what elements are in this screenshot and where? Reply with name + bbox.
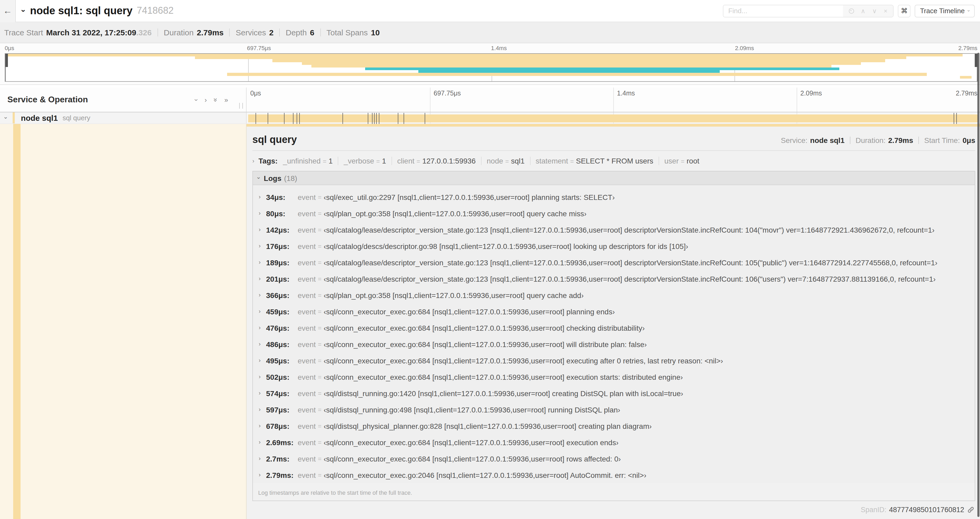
log-event-key: event: [298, 438, 316, 447]
log-expand-icon[interactable]: ›: [259, 308, 266, 315]
summary-label: Duration: [164, 28, 194, 37]
minimap-span-bar: [365, 67, 839, 70]
log-marker-tick: [377, 113, 377, 124]
service-operation-title: Service & Operation: [7, 95, 88, 104]
ruler-gridline: [797, 88, 797, 112]
find-input[interactable]: [724, 5, 843, 17]
vertical-scrollbar[interactable]: [977, 53, 980, 517]
log-row[interactable]: › 34μs: event = ‹sql/exec_util.go:2297 […: [253, 189, 975, 205]
log-equals: =: [318, 357, 322, 364]
log-row[interactable]: › 201μs: event = ‹sql/catalog/lease/desc…: [253, 271, 975, 287]
log-row[interactable]: › 2.69ms: event = ‹sql/conn_executor_exe…: [253, 434, 975, 450]
log-row[interactable]: › 476μs: event = ‹sql/conn_executor_exec…: [253, 319, 975, 336]
log-event-value: ‹sql/conn_executor_exec.go:684 [nsql1,cl…: [324, 438, 619, 447]
next-result-icon[interactable]: ∨: [872, 7, 877, 14]
log-equals: =: [318, 291, 322, 299]
log-expand-icon[interactable]: ›: [259, 243, 266, 249]
tags-label[interactable]: Tags:: [258, 156, 278, 165]
log-equals: =: [318, 242, 322, 250]
meta-divider: [850, 137, 850, 144]
tag-pair: client = 127.0.0.1:59936: [391, 156, 476, 165]
deep-link-icon[interactable]: [967, 506, 974, 513]
tag-pair: _verbose = 1: [338, 156, 386, 165]
span-detail-header: sql query Service: node sql1: [252, 134, 975, 145]
log-expand-icon[interactable]: ›: [259, 227, 266, 233]
tag-pair: node = sql1: [481, 156, 525, 165]
log-expand-icon[interactable]: ›: [259, 439, 266, 445]
log-timestamp: 486μs:: [266, 340, 298, 348]
log-row[interactable]: › 176μs: event = ‹sql/catalog/descs/desc…: [253, 238, 975, 254]
span-duration-bar[interactable]: [248, 114, 978, 122]
minimap-span-bar: [312, 65, 831, 67]
logs-header[interactable]: › Logs (18): [253, 171, 975, 185]
locate-icon[interactable]: [848, 8, 854, 13]
collapse-all-icon[interactable]: »: [212, 98, 219, 102]
log-expand-icon[interactable]: ›: [259, 423, 266, 429]
log-row[interactable]: › 366μs: event = ‹sql/plan_opt.go:358 [n…: [253, 287, 975, 303]
tag-key: _unfinished: [283, 156, 321, 165]
log-row[interactable]: › 2.7ms: event = ‹sql/conn_executor_exec…: [253, 450, 975, 467]
log-expand-icon[interactable]: ›: [259, 390, 266, 396]
minimap-tick-label: 1.4ms: [491, 45, 507, 51]
log-timestamp: 459μs:: [266, 307, 298, 316]
log-row[interactable]: › 486μs: event = ‹sql/conn_executor_exec…: [253, 336, 975, 352]
log-row[interactable]: › 142μs: event = ‹sql/catalog/lease/desc…: [253, 222, 975, 238]
log-row[interactable]: › 502μs: event = ‹sql/conn_executor_exec…: [253, 369, 975, 385]
log-event-value: ‹sql/catalog/descs/descriptor.go:98 [nsq…: [324, 242, 688, 250]
back-button[interactable]: ←: [0, 0, 16, 22]
collapse-trace-icon[interactable]: ›: [20, 10, 28, 12]
keyboard-shortcuts-button[interactable]: ⌘: [898, 5, 910, 17]
log-marker-tick: [954, 113, 954, 124]
log-expand-icon[interactable]: ›: [259, 456, 266, 462]
log-expand-icon[interactable]: ›: [259, 211, 266, 216]
log-expand-icon[interactable]: ›: [259, 325, 266, 331]
log-row[interactable]: › 80μs: event = ‹sql/plan_opt.go:358 [ns…: [253, 205, 975, 222]
log-equals: =: [318, 259, 322, 266]
log-expand-icon[interactable]: ›: [259, 260, 266, 265]
minimap-canvas[interactable]: [5, 53, 978, 82]
expand-all-icon[interactable]: »: [224, 96, 228, 103]
span-detail-left-column: [0, 124, 247, 519]
timeline-ruler: 0μs 697.75μs 1.4ms 2.09ms 2.79ms: [247, 88, 980, 112]
expand-one-icon[interactable]: ›: [204, 96, 207, 103]
log-row[interactable]: › 574μs: event = ‹sql/distsql_running.go…: [253, 385, 975, 401]
summary-value: 2: [269, 28, 274, 37]
log-expand-icon[interactable]: ›: [259, 358, 266, 363]
span-row-timeline-cell[interactable]: [247, 112, 980, 123]
log-expand-icon[interactable]: ›: [259, 407, 266, 412]
span-row[interactable]: › node sql1 sql query: [0, 112, 980, 124]
log-row[interactable]: › 189μs: event = ‹sql/catalog/lease/desc…: [253, 254, 975, 271]
log-row[interactable]: › 2.79ms: event = ‹sql/conn_executor_exe…: [253, 467, 975, 483]
log-row[interactable]: › 678μs: event = ‹sql/distsql_physical_p…: [253, 418, 975, 434]
log-expand-icon[interactable]: ›: [259, 374, 266, 380]
log-marker-tick: [368, 113, 368, 124]
timeline-header-row: Service & Operation › › » » 0μs 697.75μs…: [0, 88, 980, 112]
span-collapse-icon[interactable]: ›: [3, 117, 9, 119]
column-resize-grip[interactable]: [239, 103, 243, 109]
tags-expand-icon[interactable]: ›: [252, 158, 254, 164]
range-scrubber-left[interactable]: [5, 54, 6, 81]
prev-result-icon[interactable]: ∧: [861, 7, 865, 14]
log-row[interactable]: › 597μs: event = ‹sql/distsql_running.go…: [253, 401, 975, 418]
view-selector-button[interactable]: Trace Timeline ›: [915, 5, 975, 17]
command-icon: ⌘: [901, 7, 908, 15]
log-timestamp: 574μs:: [266, 389, 298, 398]
log-row[interactable]: › 495μs: event = ‹sql/conn_executor_exec…: [253, 352, 975, 369]
summary-item: Total Spans 10: [326, 28, 380, 37]
tag-equals: =: [570, 158, 574, 165]
summary-value: March 31 2022, 17:25:09: [46, 28, 136, 37]
log-timestamp: 34μs:: [266, 193, 298, 201]
minimap-span-bar: [960, 76, 972, 78]
summary-item: Duration 2.79ms: [164, 28, 224, 37]
trace-minimap: 0μs 697.75μs 1.4ms 2.09ms 2.79ms: [0, 43, 980, 85]
log-expand-icon[interactable]: ›: [259, 292, 266, 298]
log-expand-icon[interactable]: ›: [259, 341, 266, 347]
log-row[interactable]: › 459μs: event = ‹sql/conn_executor_exec…: [253, 303, 975, 319]
log-expand-icon[interactable]: ›: [259, 472, 266, 478]
log-expand-icon[interactable]: ›: [259, 194, 266, 200]
log-expand-icon[interactable]: ›: [259, 276, 266, 282]
tag-key: user: [664, 156, 679, 165]
collapse-one-icon[interactable]: ›: [193, 99, 200, 101]
clear-search-icon[interactable]: ×: [884, 7, 887, 14]
log-equals: =: [318, 422, 322, 430]
